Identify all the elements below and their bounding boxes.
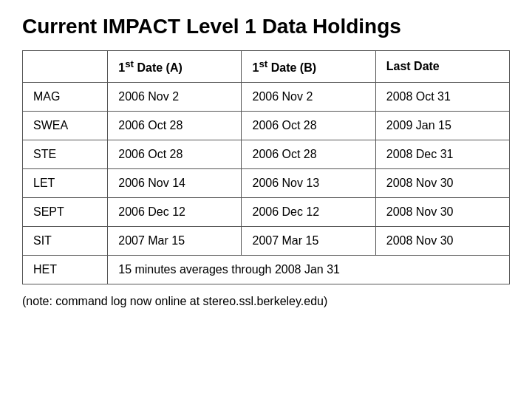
cell-date-a: 2006 Oct 28 <box>108 112 242 140</box>
cell-date-a: 2006 Oct 28 <box>108 140 242 169</box>
cell-last-date: 2008 Dec 31 <box>375 140 509 169</box>
note-text: (note: command log now online at stereo.… <box>22 295 510 308</box>
cell-instrument: MAG <box>23 83 108 112</box>
cell-last-date: 2009 Jan 15 <box>375 112 509 140</box>
col-header-instrument <box>23 51 108 83</box>
table-header-row: 1st Date (A) 1st Date (B) Last Date <box>23 51 510 83</box>
page-title: Current IMPACT Level 1 Data Holdings <box>22 15 510 38</box>
cell-instrument: SIT <box>23 227 108 256</box>
col-header-last-date: Last Date <box>375 51 509 83</box>
table-row: SWEA2006 Oct 282006 Oct 282009 Jan 15 <box>23 112 510 140</box>
table-row: LET2006 Nov 142006 Nov 132008 Nov 30 <box>23 169 510 198</box>
cell-date-b: 2007 Mar 15 <box>242 227 375 256</box>
cell-date-a: 2006 Nov 2 <box>108 83 242 112</box>
table-row: HET15 minutes averages through 2008 Jan … <box>23 256 510 284</box>
cell-instrument: SWEA <box>23 112 108 140</box>
table-row: SEPT2006 Dec 122006 Dec 122008 Nov 30 <box>23 198 510 227</box>
cell-last-date: 2008 Nov 30 <box>375 198 509 227</box>
col-header-date-a: 1st Date (A) <box>108 51 242 83</box>
cell-instrument: SEPT <box>23 198 108 227</box>
table-row: MAG2006 Nov 22006 Nov 22008 Oct 31 <box>23 83 510 112</box>
table-row: STE2006 Oct 282006 Oct 282008 Dec 31 <box>23 140 510 169</box>
cell-date-a: 2007 Mar 15 <box>108 227 242 256</box>
cell-last-date: 2008 Nov 30 <box>375 227 509 256</box>
cell-date-b: 2006 Nov 2 <box>242 83 375 112</box>
cell-colspan: 15 minutes averages through 2008 Jan 31 <box>108 256 510 284</box>
cell-date-b: 2006 Dec 12 <box>242 198 375 227</box>
table-row: SIT2007 Mar 152007 Mar 152008 Nov 30 <box>23 227 510 256</box>
cell-instrument: HET <box>23 256 108 284</box>
cell-last-date: 2008 Oct 31 <box>375 83 509 112</box>
col-header-date-b: 1st Date (B) <box>242 51 375 83</box>
cell-instrument: STE <box>23 140 108 169</box>
cell-instrument: LET <box>23 169 108 198</box>
cell-date-b: 2006 Nov 13 <box>242 169 375 198</box>
cell-last-date: 2008 Nov 30 <box>375 169 509 198</box>
cell-date-a: 2006 Dec 12 <box>108 198 242 227</box>
cell-date-a: 2006 Nov 14 <box>108 169 242 198</box>
cell-date-b: 2006 Oct 28 <box>242 112 375 140</box>
cell-date-b: 2006 Oct 28 <box>242 140 375 169</box>
data-table: 1st Date (A) 1st Date (B) Last Date MAG2… <box>22 50 510 284</box>
